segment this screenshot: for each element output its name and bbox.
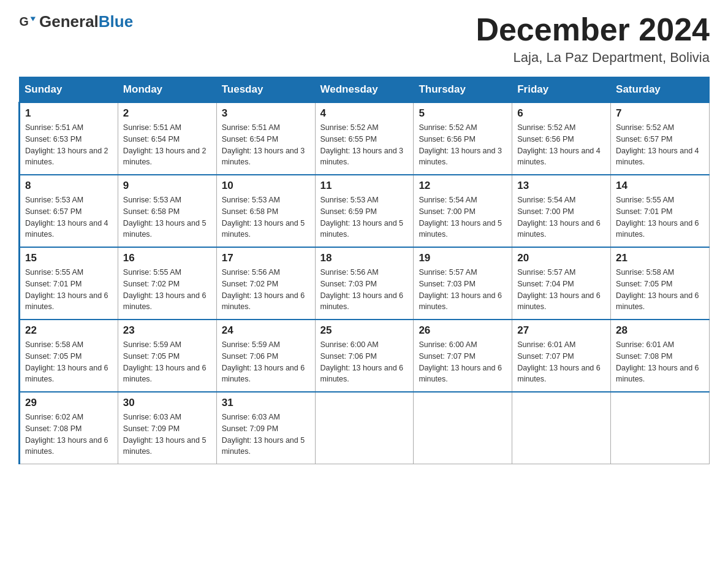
calendar-day-cell: 31Sunrise: 6:03 AMSunset: 7:09 PMDayligh… xyxy=(216,392,315,464)
day-number: 11 xyxy=(320,180,409,192)
day-number: 1 xyxy=(25,107,113,120)
calendar-day-cell: 27Sunrise: 6:01 AMSunset: 7:07 PMDayligh… xyxy=(512,320,611,392)
day-number: 23 xyxy=(123,324,211,337)
day-info: Sunrise: 6:02 AMSunset: 7:08 PMDaylight:… xyxy=(25,412,113,458)
calendar-day-cell: 3Sunrise: 5:51 AMSunset: 6:54 PMDaylight… xyxy=(216,102,315,175)
day-number: 24 xyxy=(222,324,310,337)
calendar-day-cell: 2Sunrise: 5:51 AMSunset: 6:54 PMDaylight… xyxy=(118,102,216,175)
calendar-day-cell: 9Sunrise: 5:53 AMSunset: 6:58 PMDaylight… xyxy=(118,175,216,247)
calendar-day-cell: 21Sunrise: 5:58 AMSunset: 7:05 PMDayligh… xyxy=(611,247,710,320)
header-tuesday: Tuesday xyxy=(216,77,315,103)
calendar-day-cell: 14Sunrise: 5:55 AMSunset: 7:01 PMDayligh… xyxy=(611,175,710,247)
day-info: Sunrise: 5:57 AMSunset: 7:04 PMDaylight:… xyxy=(517,267,605,313)
day-info: Sunrise: 5:58 AMSunset: 7:05 PMDaylight:… xyxy=(616,267,704,313)
day-number: 29 xyxy=(25,397,113,409)
calendar-week-row: 1Sunrise: 5:51 AMSunset: 6:53 PMDaylight… xyxy=(20,102,710,175)
day-number: 25 xyxy=(320,324,409,337)
calendar-day-cell xyxy=(414,392,512,464)
day-info: Sunrise: 5:56 AMSunset: 7:02 PMDaylight:… xyxy=(222,267,310,313)
day-info: Sunrise: 5:59 AMSunset: 7:06 PMDaylight:… xyxy=(222,339,310,385)
day-info: Sunrise: 5:51 AMSunset: 6:54 PMDaylight:… xyxy=(222,122,310,168)
svg-text:G: G xyxy=(19,14,28,28)
day-number: 12 xyxy=(419,180,507,192)
day-info: Sunrise: 5:52 AMSunset: 6:55 PMDaylight:… xyxy=(320,122,409,168)
day-number: 17 xyxy=(222,252,310,264)
calendar-day-cell: 18Sunrise: 5:56 AMSunset: 7:03 PMDayligh… xyxy=(315,247,414,320)
calendar-day-cell: 29Sunrise: 6:02 AMSunset: 7:08 PMDayligh… xyxy=(20,392,118,464)
page-header: G GeneralBlue December 2024 Laja, La Paz… xyxy=(18,12,710,66)
calendar-day-cell: 15Sunrise: 5:55 AMSunset: 7:01 PMDayligh… xyxy=(20,247,118,320)
day-info: Sunrise: 5:53 AMSunset: 6:58 PMDaylight:… xyxy=(222,194,310,240)
calendar-table: SundayMondayTuesdayWednesdayThursdayFrid… xyxy=(18,77,710,464)
calendar-day-cell: 23Sunrise: 5:59 AMSunset: 7:05 PMDayligh… xyxy=(118,320,216,392)
calendar-header-row: SundayMondayTuesdayWednesdayThursdayFrid… xyxy=(20,77,710,103)
svg-marker-1 xyxy=(31,17,36,21)
logo-icon: G xyxy=(18,13,36,31)
day-info: Sunrise: 5:54 AMSunset: 7:00 PMDaylight:… xyxy=(419,194,507,240)
day-info: Sunrise: 5:55 AMSunset: 7:02 PMDaylight:… xyxy=(123,267,211,313)
day-info: Sunrise: 5:52 AMSunset: 6:56 PMDaylight:… xyxy=(419,122,507,168)
calendar-week-row: 8Sunrise: 5:53 AMSunset: 6:57 PMDaylight… xyxy=(20,175,710,247)
day-number: 14 xyxy=(616,180,704,192)
calendar-day-cell: 25Sunrise: 6:00 AMSunset: 7:06 PMDayligh… xyxy=(315,320,414,392)
day-number: 30 xyxy=(123,397,211,409)
day-number: 2 xyxy=(123,107,211,120)
calendar-day-cell: 11Sunrise: 5:53 AMSunset: 6:59 PMDayligh… xyxy=(315,175,414,247)
calendar-day-cell: 13Sunrise: 5:54 AMSunset: 7:00 PMDayligh… xyxy=(512,175,611,247)
day-info: Sunrise: 5:53 AMSunset: 6:59 PMDaylight:… xyxy=(320,194,409,240)
header-monday: Monday xyxy=(118,77,216,103)
day-info: Sunrise: 5:56 AMSunset: 7:03 PMDaylight:… xyxy=(320,267,409,313)
calendar-day-cell: 5Sunrise: 5:52 AMSunset: 6:56 PMDaylight… xyxy=(414,102,512,175)
day-number: 3 xyxy=(222,107,310,120)
calendar-day-cell: 26Sunrise: 6:00 AMSunset: 7:07 PMDayligh… xyxy=(414,320,512,392)
day-number: 20 xyxy=(517,252,605,264)
calendar-week-row: 22Sunrise: 5:58 AMSunset: 7:05 PMDayligh… xyxy=(20,320,710,392)
day-info: Sunrise: 5:55 AMSunset: 7:01 PMDaylight:… xyxy=(616,194,704,240)
calendar-day-cell xyxy=(512,392,611,464)
day-info: Sunrise: 6:03 AMSunset: 7:09 PMDaylight:… xyxy=(123,412,211,458)
header-friday: Friday xyxy=(512,77,611,103)
calendar-day-cell xyxy=(315,392,414,464)
calendar-day-cell xyxy=(611,392,710,464)
day-info: Sunrise: 5:54 AMSunset: 7:00 PMDaylight:… xyxy=(517,194,605,240)
day-number: 22 xyxy=(25,324,113,337)
logo-text-general: General xyxy=(39,12,99,31)
day-info: Sunrise: 6:00 AMSunset: 7:06 PMDaylight:… xyxy=(320,339,409,385)
day-info: Sunrise: 5:58 AMSunset: 7:05 PMDaylight:… xyxy=(25,339,113,385)
day-number: 28 xyxy=(616,324,704,337)
day-number: 5 xyxy=(419,107,507,120)
day-number: 9 xyxy=(123,180,211,192)
day-number: 16 xyxy=(123,252,211,264)
logo: G GeneralBlue xyxy=(18,12,133,31)
calendar-day-cell: 19Sunrise: 5:57 AMSunset: 7:03 PMDayligh… xyxy=(414,247,512,320)
day-number: 21 xyxy=(616,252,704,264)
day-info: Sunrise: 5:51 AMSunset: 6:54 PMDaylight:… xyxy=(123,122,211,168)
day-info: Sunrise: 5:51 AMSunset: 6:53 PMDaylight:… xyxy=(25,122,113,168)
day-info: Sunrise: 5:53 AMSunset: 6:58 PMDaylight:… xyxy=(123,194,211,240)
day-info: Sunrise: 6:03 AMSunset: 7:09 PMDaylight:… xyxy=(222,412,310,458)
calendar-day-cell: 30Sunrise: 6:03 AMSunset: 7:09 PMDayligh… xyxy=(118,392,216,464)
calendar-week-row: 29Sunrise: 6:02 AMSunset: 7:08 PMDayligh… xyxy=(20,392,710,464)
calendar-day-cell: 7Sunrise: 5:52 AMSunset: 6:57 PMDaylight… xyxy=(611,102,710,175)
calendar-week-row: 15Sunrise: 5:55 AMSunset: 7:01 PMDayligh… xyxy=(20,247,710,320)
calendar-day-cell: 17Sunrise: 5:56 AMSunset: 7:02 PMDayligh… xyxy=(216,247,315,320)
title-block: December 2024 Laja, La Paz Department, B… xyxy=(476,12,710,66)
day-info: Sunrise: 5:57 AMSunset: 7:03 PMDaylight:… xyxy=(419,267,507,313)
day-info: Sunrise: 6:01 AMSunset: 7:08 PMDaylight:… xyxy=(616,339,704,385)
day-number: 7 xyxy=(616,107,704,120)
calendar-day-cell: 4Sunrise: 5:52 AMSunset: 6:55 PMDaylight… xyxy=(315,102,414,175)
day-number: 15 xyxy=(25,252,113,264)
logo-text-blue: Blue xyxy=(99,12,133,31)
calendar-day-cell: 20Sunrise: 5:57 AMSunset: 7:04 PMDayligh… xyxy=(512,247,611,320)
day-info: Sunrise: 5:53 AMSunset: 6:57 PMDaylight:… xyxy=(25,194,113,240)
month-title: December 2024 xyxy=(476,12,710,47)
calendar-day-cell: 28Sunrise: 6:01 AMSunset: 7:08 PMDayligh… xyxy=(611,320,710,392)
calendar-day-cell: 10Sunrise: 5:53 AMSunset: 6:58 PMDayligh… xyxy=(216,175,315,247)
day-number: 10 xyxy=(222,180,310,192)
header-thursday: Thursday xyxy=(414,77,512,103)
day-number: 6 xyxy=(517,107,605,120)
location-title: Laja, La Paz Department, Bolivia xyxy=(476,50,710,66)
calendar-day-cell: 16Sunrise: 5:55 AMSunset: 7:02 PMDayligh… xyxy=(118,247,216,320)
day-number: 19 xyxy=(419,252,507,264)
day-number: 4 xyxy=(320,107,409,120)
